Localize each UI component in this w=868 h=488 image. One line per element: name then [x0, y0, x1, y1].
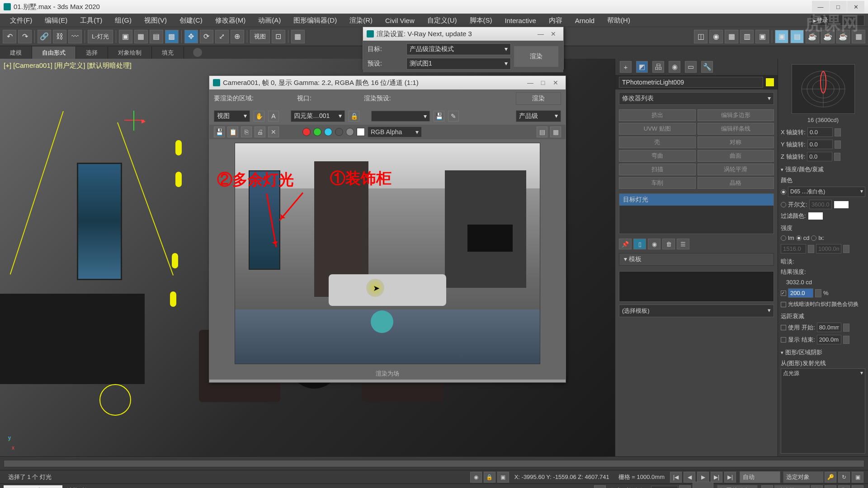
- rot-x-input[interactable]: [807, 127, 833, 137]
- delete-icon[interactable]: ✕: [268, 127, 279, 137]
- utilities-tab-icon[interactable]: 🔧: [701, 61, 713, 73]
- motion-tab-icon[interactable]: ◉: [669, 61, 680, 73]
- render-icon[interactable]: ▣: [755, 30, 769, 43]
- select-rect-icon[interactable]: ▦: [134, 30, 148, 43]
- mod-lattice[interactable]: 晶格: [698, 177, 774, 189]
- link-icon[interactable]: 🔗: [38, 30, 51, 43]
- region-auto-icon[interactable]: A: [268, 111, 279, 122]
- tab-selection[interactable]: 选择: [76, 47, 108, 59]
- menu-file[interactable]: 文件(F): [4, 16, 38, 25]
- print-icon[interactable]: 🖨: [255, 127, 265, 137]
- kelvin-radio[interactable]: [781, 202, 786, 207]
- pivot-icon[interactable]: ⊡: [272, 30, 285, 43]
- display-tab-icon[interactable]: ▭: [685, 61, 697, 73]
- timeline[interactable]: [0, 456, 868, 470]
- copy-icon[interactable]: 📋: [227, 127, 238, 137]
- mod-uvw[interactable]: UVW 贴图: [619, 123, 696, 135]
- viewport-label[interactable]: [+] [Camera001] [用户定义] [默认明暗处理]: [4, 61, 132, 70]
- create-tab-icon[interactable]: +: [620, 61, 632, 73]
- menu-arnold[interactable]: Arnold: [569, 17, 601, 24]
- filter-dropdown[interactable]: 过滤器...: [774, 485, 810, 488]
- spinner-icon[interactable]: [835, 128, 841, 136]
- rollout-shape[interactable]: 图形/区域阴影: [781, 348, 865, 357]
- undo-icon[interactable]: ↶: [3, 30, 16, 43]
- rollout-intensity[interactable]: 强度/颜色/衰减: [781, 165, 865, 174]
- vray-fb-icon[interactable]: ▤: [790, 30, 804, 43]
- keyfilter-icon[interactable]: ↗: [761, 485, 773, 488]
- tab-freeform[interactable]: 自由形式: [32, 47, 76, 59]
- menu-views[interactable]: 视图(V): [138, 16, 173, 25]
- area-dropdown[interactable]: 视图▾: [214, 110, 250, 122]
- pin-icon[interactable]: 📌: [619, 239, 632, 249]
- save-image-icon[interactable]: 💾: [214, 127, 225, 137]
- goto-end-icon[interactable]: ▶|: [724, 472, 736, 483]
- viewport-dropdown[interactable]: 四元菜…001▾: [291, 110, 345, 122]
- menu-graph[interactable]: 图形编辑器(D): [287, 16, 343, 25]
- minimize-icon[interactable]: —: [524, 78, 537, 88]
- setkey-button[interactable]: +: [693, 482, 713, 488]
- tab-populate[interactable]: 填充: [152, 47, 184, 59]
- show-att-checkbox[interactable]: [781, 337, 786, 343]
- emit-shape-dropdown[interactable]: 点光源▾: [781, 368, 865, 454]
- selobj-dropdown[interactable]: 选定对象: [783, 471, 824, 483]
- menu-edit[interactable]: 编辑(E): [38, 16, 74, 25]
- render-target-dropdown[interactable]: 产品级渲染模式▾: [406, 43, 511, 55]
- select-icon[interactable]: ▣: [119, 30, 132, 43]
- tab-objpaint[interactable]: 对象绘制: [108, 47, 152, 59]
- menu-render[interactable]: 渲染(R): [343, 16, 379, 25]
- hierarchy-tab-icon[interactable]: 品: [652, 61, 664, 73]
- vray-icon[interactable]: ▣: [775, 30, 788, 43]
- rollout-template[interactable]: ▾ 模板: [619, 253, 774, 266]
- show-end-icon[interactable]: ▯: [633, 239, 646, 249]
- dim-percent-input[interactable]: [788, 288, 813, 298]
- key-icon[interactable]: 🔑: [825, 472, 836, 483]
- object-color-swatch[interactable]: [766, 78, 774, 86]
- mod-editpoly[interactable]: 编辑多边形: [698, 109, 774, 121]
- clone-icon[interactable]: ⎘: [241, 127, 252, 137]
- blue-channel-icon[interactable]: [324, 128, 332, 136]
- light-helper-icon[interactable]: [175, 140, 182, 155]
- stack-item[interactable]: 目标灯光: [619, 194, 774, 206]
- frame-input[interactable]: [651, 486, 678, 488]
- dim-checkbox[interactable]: [781, 291, 786, 296]
- setkey-label[interactable]: 设置关键点: [717, 485, 758, 488]
- select-crossing-icon[interactable]: ▩: [165, 30, 179, 43]
- tag-icon[interactable]: 🏷: [594, 485, 606, 488]
- bg-swatch[interactable]: [357, 128, 365, 136]
- unique-icon[interactable]: ◉: [648, 239, 660, 249]
- mod-extrude[interactable]: 挤出: [619, 109, 696, 121]
- ribbon-toggle-icon[interactable]: [193, 48, 202, 57]
- minimize-icon[interactable]: —: [534, 29, 547, 39]
- template-dropdown[interactable]: (选择模板)▾: [619, 305, 774, 317]
- lock-icon[interactable]: 🔒: [484, 472, 495, 483]
- preset-save-icon[interactable]: 💾: [434, 111, 444, 122]
- mod-surface[interactable]: 曲面: [698, 150, 774, 162]
- color-preset-radio[interactable]: [781, 189, 786, 195]
- light-gizmo-icon[interactable]: [99, 384, 131, 416]
- kelvin-input[interactable]: [809, 200, 832, 209]
- material-icon[interactable]: ◉: [709, 30, 723, 43]
- close-icon[interactable]: ✕: [549, 78, 562, 88]
- ro-render-button[interactable]: 渲染: [516, 92, 561, 105]
- render-setup-icon[interactable]: ▦: [725, 30, 738, 43]
- menu-civil[interactable]: Civil View: [379, 17, 421, 24]
- placement-icon[interactable]: ⊕: [231, 30, 244, 43]
- menu-create[interactable]: 创建(C): [173, 16, 209, 25]
- menu-help[interactable]: 帮助(H): [601, 16, 637, 25]
- scale-icon[interactable]: ⤢: [215, 30, 229, 43]
- snap-icon[interactable]: ▦: [291, 30, 305, 43]
- play-icon[interactable]: ▶: [697, 472, 709, 483]
- sellock-icon[interactable]: ▣: [497, 472, 509, 483]
- prev-frame-icon[interactable]: ◀: [684, 472, 695, 483]
- green-channel-icon[interactable]: [313, 128, 321, 136]
- timeline-track[interactable]: [4, 460, 864, 467]
- cd-radio[interactable]: [796, 235, 802, 241]
- render-settings-window[interactable]: 渲染设置: V-Ray Next, update 3 — ✕ 目标: 产品级渲染…: [363, 27, 564, 70]
- menu-customize[interactable]: 自定义(U): [421, 16, 463, 25]
- menu-tools[interactable]: 工具(T): [74, 16, 108, 25]
- key-icon3[interactable]: ▣: [852, 472, 863, 483]
- menu-content[interactable]: 内容: [542, 16, 569, 25]
- modifier-list-dropdown[interactable]: 修改器列表▾: [619, 92, 774, 105]
- filter-color-swatch[interactable]: [808, 212, 823, 220]
- add-time-marker[interactable]: 添加时间标记: [607, 487, 651, 488]
